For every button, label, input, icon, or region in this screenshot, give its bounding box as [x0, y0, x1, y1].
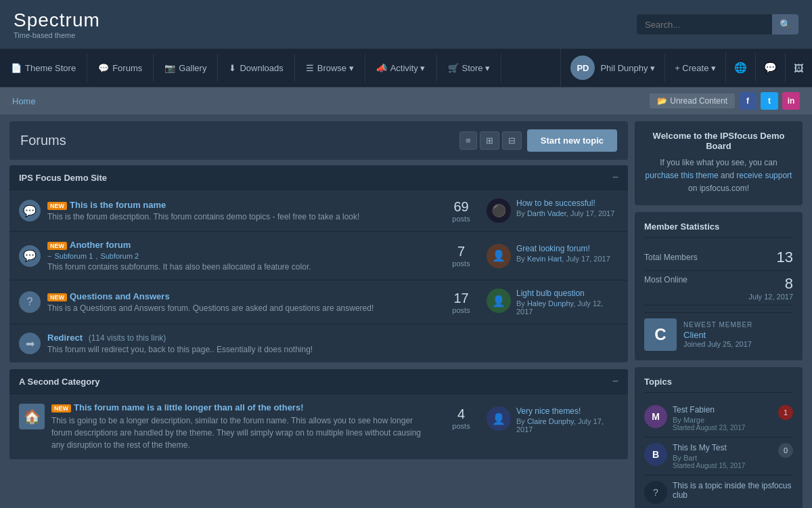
category-1-title: IPS Focus Demo Site [19, 173, 107, 183]
nav-forums[interactable]: 💬 Forums [87, 54, 154, 82]
notifications-button[interactable]: 💬 [755, 53, 785, 83]
forum-2-last-title[interactable]: Great looking forum! [516, 244, 610, 253]
topic-2-count: 0 [778, 443, 793, 458]
newest-member-joined: Joined July 25, 2017 [683, 340, 752, 348]
forum-5-desc: This is going to be a longer description… [51, 415, 436, 451]
nav-bar: 📄 Theme Store 💬 Forums 📷 Gallery ⬇ Downl… [0, 49, 812, 87]
subforum-2-link[interactable]: Subforum 2 [100, 252, 139, 260]
welcome-box: Welcome to the IPSfocus Demo Board If yo… [635, 121, 803, 205]
search-box: 🔍 [637, 14, 798, 35]
forum-1-last-by: By Darth Vader, July 17, 2017 [516, 209, 614, 217]
forum-2-post-count: 7 [443, 244, 480, 259]
newest-member-avatar: C [644, 318, 677, 351]
logo-tagline: Time-based theme [14, 31, 100, 39]
forum-5-last-by: By Claire Dunphy, July 17, 2017 [516, 417, 618, 433]
topic-1-count: 1 [778, 405, 793, 420]
facebook-button[interactable]: f [739, 92, 757, 110]
twitter-button[interactable]: t [761, 92, 778, 110]
forum-row-4: ➡ Redirect (114 visits to this link) Thi… [9, 324, 628, 362]
topic-2-avatar: B [644, 443, 667, 466]
start-new-topic-button[interactable]: Start new topic [527, 129, 617, 152]
category-2-title: A Second Category [19, 377, 99, 387]
welcome-text: If you like what you see, you can purcha… [644, 156, 793, 196]
forum-5-last-avatar: 👤 [487, 406, 511, 431]
category-1-collapse[interactable]: − [612, 171, 618, 184]
language-button[interactable]: 🌐 [725, 53, 755, 83]
member-stats-box: Member Statistics Total Members 13 Most … [635, 212, 803, 360]
forums-icon: 💬 [98, 63, 109, 73]
topic-item-1: M Test Fabien By Marge Started August 23… [644, 400, 793, 438]
forum-5-posts-label: posts [443, 422, 480, 430]
forum-1-post-count: 69 [443, 199, 480, 215]
forum-5-name[interactable]: This forum name is a little longer than … [74, 402, 304, 412]
search-input[interactable] [637, 15, 772, 35]
forum-3-posts-label: posts [443, 306, 480, 314]
user-menu[interactable]: PD Phil Dunphy ▾ [560, 49, 664, 87]
category-block-1: IPS Focus Demo Site − 💬 NEWThis is the f… [9, 165, 628, 362]
subforum-1-link[interactable]: Subforum 1 [54, 252, 93, 260]
user-name: Phil Dunphy ▾ [600, 63, 655, 73]
forum-1-posts-label: posts [443, 215, 480, 223]
nav-store[interactable]: 🛒 Store ▾ [437, 54, 502, 82]
logo-title: Spectrum [14, 9, 100, 31]
nav-activity[interactable]: 📣 Activity ▾ [365, 54, 437, 82]
logo: Spectrum Time-based theme [14, 9, 100, 39]
user-avatar: PD [570, 56, 595, 80]
topic-3-title[interactable]: This is a topic inside the ipsfocus club [673, 481, 793, 500]
instagram-button[interactable]: in [782, 92, 800, 110]
newest-member-name[interactable]: Client [683, 330, 752, 340]
topic-1-title[interactable]: Test Fabien [673, 405, 773, 415]
purchase-theme-link[interactable]: purchase this theme [646, 171, 719, 180]
forum-5-last-title[interactable]: Very nice themes! [516, 406, 618, 416]
forum-2-name[interactable]: Another forum [70, 240, 131, 250]
search-button[interactable]: 🔍 [772, 14, 798, 35]
category-block-2: A Second Category − 🏠 NEWThis forum name… [9, 369, 628, 459]
topics-title: Topics [644, 377, 793, 393]
forum-2-posts-label: posts [443, 259, 480, 268]
images-button[interactable]: 🖼 [785, 54, 812, 83]
breadcrumb-home[interactable]: Home [12, 96, 36, 106]
nav-browse[interactable]: ☰ Browse ▾ [295, 54, 365, 82]
nav-downloads[interactable]: ⬇ Downloads [218, 54, 294, 82]
forum-2-last-avatar: 👤 [487, 244, 511, 268]
create-button[interactable]: + Create ▾ [664, 54, 725, 82]
forum-row-3: ? NEWQuestions and Answers This is a Que… [9, 280, 628, 324]
unread-content-button[interactable]: 📂 Unread Content [650, 93, 735, 108]
view-grid-button[interactable]: ⊞ [480, 131, 499, 150]
most-online-value: 8 [749, 275, 793, 293]
forum-2-last-by: By Kevin Hart, July 17, 2017 [516, 255, 610, 263]
total-members-label: Total Members [644, 253, 698, 262]
browse-icon: ☰ [306, 63, 314, 73]
topic-2-by: By Bart [673, 454, 773, 462]
topic-2-title[interactable]: This Is My Test [673, 443, 773, 452]
forum-1-name[interactable]: This is the forum name [70, 200, 166, 210]
theme-store-icon: 📄 [11, 63, 22, 73]
category-2-collapse[interactable]: − [612, 375, 618, 387]
nav-theme-store[interactable]: 📄 Theme Store [0, 54, 87, 82]
forum-3-last-by: By Haley Dunphy, July 12, 2017 [516, 299, 618, 316]
most-online-date: July 12, 2017 [749, 293, 793, 301]
unread-icon: 📂 [657, 96, 667, 106]
view-compact-button[interactable]: ⊟ [502, 131, 522, 150]
forum-5-icon: 🏠 [19, 404, 45, 429]
topic-1-date: Started August 23, 2017 [673, 424, 773, 431]
forum-1-last-title[interactable]: How to be successful! [516, 198, 614, 208]
forum-4-redirect-visits: (114 visits to this link) [89, 333, 166, 343]
forum-4-icon: ➡ [19, 333, 41, 354]
topic-3-avatar: ? [644, 481, 667, 504]
forum-row-2: 💬 NEWAnother forum − Subforum 1, Subforu… [9, 231, 628, 280]
forum-row-1: 💬 NEWThis is the forum name This is the … [9, 190, 628, 231]
forum-4-name[interactable]: Redirect [47, 333, 83, 343]
welcome-title: Welcome to the IPSfocus Demo Board [644, 131, 793, 151]
forum-1-icon: 💬 [19, 200, 41, 221]
nav-gallery[interactable]: 📷 Gallery [154, 54, 218, 82]
forum-3-last-title[interactable]: Light bulb question [516, 289, 618, 298]
forum-2-new-badge: NEW [47, 242, 67, 250]
forum-3-name[interactable]: Questions and Answers [70, 291, 170, 301]
receive-support-link[interactable]: receive support [736, 171, 792, 180]
forum-3-new-badge: NEW [47, 293, 67, 301]
view-list-button[interactable]: ≡ [459, 131, 477, 150]
forum-3-last-avatar: 👤 [487, 289, 511, 313]
forum-3-post-count: 17 [443, 291, 480, 306]
forum-5-post-count: 4 [443, 406, 480, 422]
